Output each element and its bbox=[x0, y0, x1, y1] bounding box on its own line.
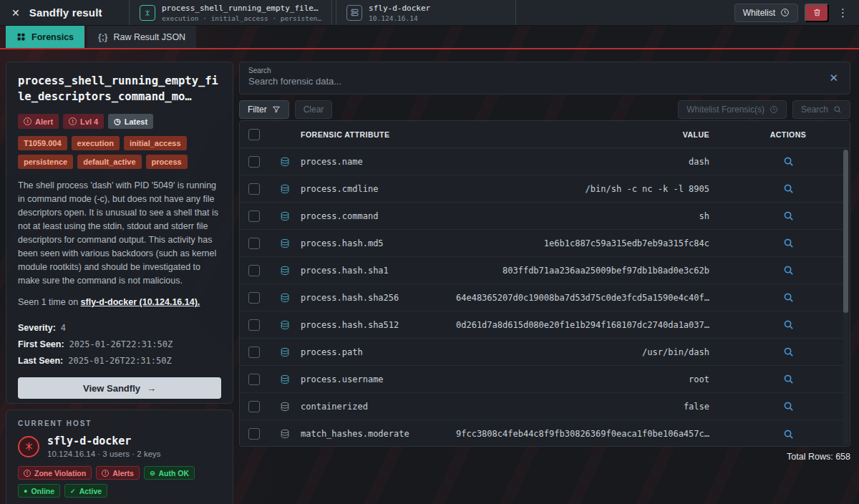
row-checkbox[interactable] bbox=[248, 428, 260, 440]
attribute-name: process.command bbox=[297, 211, 440, 221]
search-submit-label: Search bbox=[801, 105, 828, 115]
search-submit-button[interactable]: Search bbox=[792, 100, 850, 119]
chip-sandfly-result[interactable]: process_shell_running_empty_file… execut… bbox=[129, 0, 332, 25]
filter-toolbar: Filter Clear Whitelist Forensic(s) Searc… bbox=[239, 100, 850, 119]
host-badge: ! Alerts bbox=[96, 466, 140, 480]
tag-badge: process bbox=[146, 155, 188, 169]
table-scrollbar[interactable] bbox=[843, 150, 848, 445]
host-badge-label: Online bbox=[31, 487, 54, 495]
filter-button[interactable]: Filter bbox=[239, 100, 289, 119]
forensic-attribute-icon bbox=[273, 374, 297, 384]
stat-label: First Seen: bbox=[18, 339, 64, 349]
row-search-icon[interactable] bbox=[727, 319, 850, 330]
host-badge-label: Auth OK bbox=[158, 469, 189, 478]
top-bar-actions: Whitelist ⋮ bbox=[734, 0, 859, 25]
column-header-value: VALUE bbox=[440, 130, 727, 139]
attribute-name: process.hash.sha256 bbox=[297, 293, 440, 303]
host-name[interactable]: sfly-d-docker bbox=[47, 435, 161, 447]
tag-badge: initial_access bbox=[124, 136, 187, 150]
row-search-icon[interactable] bbox=[727, 156, 850, 167]
tag-badge: T1059.004 bbox=[18, 136, 67, 150]
whitelist-forensics-button[interactable]: Whitelist Forensic(s) bbox=[678, 100, 787, 119]
attribute-name: process.path bbox=[297, 347, 440, 357]
tab-raw-json[interactable]: {;} Raw Result JSON bbox=[87, 26, 196, 48]
row-checkbox[interactable] bbox=[248, 183, 260, 195]
chip-title: sfly-d-docker bbox=[369, 4, 430, 13]
view-sandfly-button[interactable]: View Sandfly → bbox=[18, 377, 221, 399]
tab-forensics[interactable]: Forensics bbox=[6, 26, 84, 48]
context-chips: process_shell_running_empty_file… execut… bbox=[129, 0, 516, 25]
row-search-icon[interactable] bbox=[727, 429, 850, 440]
attribute-name: process.hash.md5 bbox=[297, 238, 440, 248]
badge-label: Alert bbox=[35, 117, 53, 126]
close-icon[interactable]: ✕ bbox=[11, 7, 20, 19]
row-checkbox[interactable] bbox=[248, 265, 260, 276]
grid-icon bbox=[16, 32, 26, 42]
scrollbar-thumb[interactable] bbox=[843, 150, 848, 313]
row-search-icon[interactable] bbox=[727, 183, 850, 194]
table-row: process.username root bbox=[240, 366, 850, 393]
forensic-attribute-icon bbox=[273, 211, 297, 221]
sandfly-description: The shell process 'dash' with PID '5049'… bbox=[18, 179, 221, 288]
host-badge-icon: ⊝ bbox=[150, 470, 155, 477]
attribute-value: false bbox=[440, 402, 727, 412]
attribute-value: 1e6b1c887c59a315edb7eb9a315fc84c bbox=[440, 238, 727, 248]
row-checkbox[interactable] bbox=[248, 374, 260, 385]
stat-value: 2025-01-26T22:31:50Z bbox=[69, 339, 173, 349]
row-search-icon[interactable] bbox=[727, 346, 850, 357]
row-search-icon[interactable] bbox=[727, 265, 850, 276]
clear-search-icon[interactable]: ✕ bbox=[829, 72, 838, 84]
current-host-card: CURRENT HOST sfly-d-docker 10.124.16.14 … bbox=[6, 410, 233, 504]
host-badge-icon: ● bbox=[24, 488, 27, 495]
row-checkbox[interactable] bbox=[248, 319, 260, 331]
search-input[interactable] bbox=[248, 76, 814, 87]
row-checkbox[interactable] bbox=[248, 156, 260, 168]
window-title-area: ✕ Sandfly result bbox=[0, 0, 129, 25]
sandfly-stats: Severity: 4 First Seen: 2025-01-26T22:31… bbox=[18, 323, 221, 366]
attribute-name: process.username bbox=[297, 374, 440, 384]
more-options-icon[interactable]: ⋮ bbox=[835, 6, 850, 19]
row-checkbox[interactable] bbox=[248, 292, 260, 304]
mitre-tags: T1059.004 execution initial_access persi… bbox=[18, 136, 221, 169]
clear-filter-button[interactable]: Clear bbox=[295, 100, 333, 119]
stat-value: 4 bbox=[61, 323, 66, 333]
column-header-actions: ACTIONS bbox=[727, 130, 850, 139]
attribute-name: process.hash.sha512 bbox=[297, 320, 440, 330]
row-checkbox[interactable] bbox=[248, 238, 260, 249]
row-search-icon[interactable] bbox=[727, 401, 850, 412]
row-search-icon[interactable] bbox=[727, 292, 850, 303]
sandfly-icon bbox=[140, 5, 155, 21]
chip-subtitle: 10.124.16.14 bbox=[369, 14, 430, 22]
tab-bar: Forensics {;} Raw Result JSON bbox=[0, 26, 859, 49]
table-body: process.name dash process.cmdline /bin/s… bbox=[240, 148, 850, 447]
tag-badge: default_active bbox=[77, 155, 141, 169]
seen-host-link[interactable]: sfly-d-docker (10.124.16.14). bbox=[81, 297, 200, 307]
stat-value: 2025-01-26T22:31:50Z bbox=[68, 356, 172, 366]
whitelist-button[interactable]: Whitelist bbox=[734, 4, 798, 22]
badge-label: Lvl 4 bbox=[80, 117, 98, 126]
host-badge: ! Zone Violation bbox=[18, 466, 92, 480]
select-all-checkbox[interactable] bbox=[248, 129, 260, 140]
delete-button[interactable] bbox=[805, 4, 829, 22]
host-identity: sfly-d-docker 10.124.16.14 · 3 users · 2… bbox=[18, 435, 221, 458]
row-search-icon[interactable] bbox=[727, 374, 850, 384]
attribute-value: /usr/bin/dash bbox=[440, 347, 727, 357]
row-search-icon[interactable] bbox=[727, 210, 850, 221]
column-header-attribute: FORENSIC ATTRIBUTE bbox=[297, 130, 440, 139]
status-badge: ! Lvl 4 bbox=[63, 114, 104, 129]
host-badge-label: Alerts bbox=[112, 469, 134, 478]
host-meta: 10.124.16.14 · 3 users · 2 keys bbox=[47, 450, 161, 458]
table-row: process.hash.sha512 0d261d7a8d615d080e20… bbox=[240, 311, 850, 339]
row-checkbox[interactable] bbox=[248, 210, 260, 222]
row-checkbox[interactable] bbox=[248, 401, 260, 412]
badge-label: Latest bbox=[125, 117, 147, 126]
table-row: process.hash.md5 1e6b1c887c59a315edb7eb9… bbox=[240, 230, 850, 257]
row-search-icon[interactable] bbox=[727, 238, 850, 248]
current-host-label: CURRENT HOST bbox=[18, 420, 221, 427]
table-row: match_hashes.moderate 9fcc3808c4feb44c8f… bbox=[240, 420, 850, 447]
row-checkbox[interactable] bbox=[248, 346, 260, 358]
trash-icon bbox=[812, 8, 822, 17]
chip-subtitle: execution · initial_access · persisten… bbox=[162, 14, 321, 22]
attribute-name: match_hashes.moderate bbox=[297, 429, 440, 439]
chip-host[interactable]: sfly-d-docker 10.124.16.14 bbox=[336, 0, 516, 25]
